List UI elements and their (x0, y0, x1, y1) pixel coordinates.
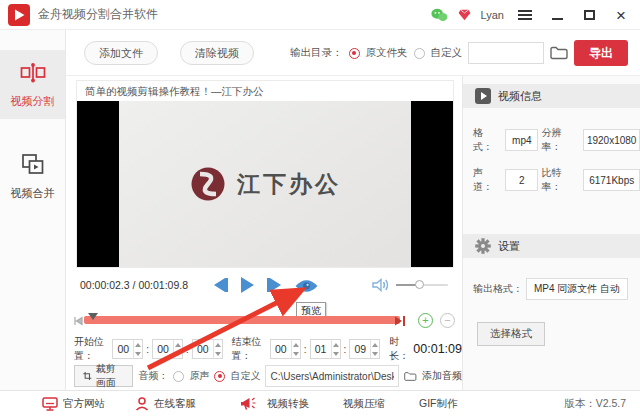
monitor-icon (42, 397, 58, 411)
settings-title: 设置 (498, 239, 520, 254)
sidebar-item-video-split[interactable]: 视频分割 (0, 50, 65, 119)
audio-path-input[interactable] (265, 365, 399, 387)
output-format-value: MP4 同源文件 自动 (526, 278, 628, 300)
minimize-button[interactable] (546, 4, 568, 26)
colon: : (186, 344, 189, 355)
volume-slider[interactable] (396, 284, 448, 286)
timeline-zoom-in-button[interactable]: + (418, 313, 433, 328)
online-support-link[interactable]: 在线客服 (135, 397, 196, 411)
crop-frame-button[interactable]: 裁剪画面 (74, 365, 133, 387)
video-compress-link[interactable]: 视频压缩 (343, 397, 385, 411)
username[interactable]: Lyan (481, 9, 504, 21)
timeline-start-marker[interactable] (74, 316, 84, 326)
duration-value: 00:01:09 (413, 342, 462, 356)
prev-frame-button[interactable] (214, 278, 228, 292)
radio-audio-custom[interactable] (214, 371, 225, 382)
add-audio-folder-icon[interactable] (404, 370, 417, 383)
next-frame-button[interactable] (267, 278, 281, 292)
toolbar: 添加文件 清除视频 输出目录： 原文件夹 自定义 导出 (66, 30, 640, 76)
app-logo-icon (8, 4, 30, 26)
resolution-label: 分辨率： (541, 126, 580, 154)
play-button[interactable] (241, 277, 254, 293)
preview-eye-button[interactable] (294, 278, 319, 298)
volume-icon[interactable] (372, 277, 390, 293)
custom-dir-input[interactable] (468, 42, 544, 64)
export-button[interactable]: 导出 (574, 40, 628, 66)
choose-format-button[interactable]: 选择格式 (477, 322, 545, 346)
support-person-icon (135, 397, 149, 411)
sidebar-item-video-merge[interactable]: 视频合并 (0, 141, 65, 211)
titlebar: 金舟视频分割合并软件 Lyan × (0, 0, 640, 30)
video-player[interactable]: 江下办公 (77, 101, 453, 267)
end-position-label: 结束位置： (232, 335, 267, 363)
main-area: 简单的视频剪辑操作教程！—江下办公 江下办公 00:00:02.3 / 00:0… (66, 76, 462, 390)
official-site-link[interactable]: 官方网站 (42, 397, 105, 411)
close-button[interactable]: × (610, 4, 632, 26)
channels-label: 声道： (473, 166, 502, 194)
browse-folder-icon[interactable] (550, 46, 568, 60)
output-dir-label: 输出目录： (290, 46, 343, 60)
vip-gem-icon[interactable] (458, 9, 471, 21)
add-file-button[interactable]: 添加文件 (84, 41, 158, 65)
colon: : (146, 344, 149, 355)
start-hh-stepper[interactable]: 00 (112, 339, 143, 359)
status-bar: 官方网站 在线客服 视频转换 视频压缩 GIF制作 版本：V2.5.7 (0, 390, 640, 416)
radio-audio-original[interactable] (173, 371, 184, 382)
format-label: 格式： (473, 126, 502, 154)
gif-maker-link[interactable]: GIF制作 (419, 397, 458, 411)
add-audio-label[interactable]: 添加音频 (422, 369, 462, 383)
maximize-button[interactable] (578, 4, 600, 26)
timeline-end-marker[interactable] (392, 315, 408, 327)
video-info-title: 视频信息 (498, 89, 542, 104)
settings-header: 设置 (463, 234, 640, 258)
sidebar-item-label: 视频分割 (0, 94, 65, 109)
version-text: 版本：V2.5.7 (564, 397, 626, 411)
video-frame: 江下办公 (119, 101, 411, 267)
radio-audio-original-label[interactable]: 原声 (189, 369, 209, 383)
wechat-icon[interactable] (431, 8, 448, 22)
colon: : (344, 344, 347, 355)
video-info-icon (475, 88, 491, 104)
bitrate-label: 比特率： (541, 166, 580, 194)
timeline-playhead[interactable] (88, 313, 98, 320)
end-mm-stepper[interactable]: 01 (310, 339, 341, 359)
end-hh-stepper[interactable]: 00 (270, 339, 301, 359)
duration-label: 时长： (389, 335, 410, 363)
video-title: 简单的视频剪辑操作教程！—江下办公 (77, 81, 453, 101)
video-panel: 简单的视频剪辑操作教程！—江下办公 江下办公 (76, 80, 454, 268)
radio-audio-custom-label[interactable]: 自定义 (230, 369, 260, 383)
sidebar: 视频分割 视频合并 (0, 30, 66, 390)
jiangxia-logo-icon (189, 165, 227, 203)
colon: : (304, 344, 307, 355)
timeline-zoom-out-button[interactable]: − (440, 313, 455, 328)
video-info-header: 视频信息 (463, 84, 640, 108)
eye-icon (294, 278, 319, 294)
channels-value: 2 (505, 169, 538, 191)
radio-original-folder-label[interactable]: 原文件夹 (366, 46, 408, 60)
output-format-label: 输出格式： (473, 282, 523, 296)
timeline-bar[interactable] (84, 316, 400, 324)
merge-icon (21, 153, 45, 176)
playback-controls: 00:00:02.3 / 00:01:09.8 (66, 272, 462, 300)
right-panel: 视频信息 格式： mp4 分辨率： 1920x1080 声道： 2 比特率： 6… (462, 76, 640, 390)
gear-icon (475, 238, 491, 254)
crop-icon (83, 370, 92, 382)
split-icon (20, 62, 46, 84)
bitrate-value: 6171Kbps (583, 169, 640, 191)
start-position-label: 开始位置： (74, 335, 109, 363)
bottom-controls: 裁剪画面 音频： 原声 自定义 添加音频 (74, 364, 462, 388)
clear-video-button[interactable]: 清除视频 (180, 41, 254, 65)
video-watermark-text: 江下办公 (237, 169, 341, 200)
sidebar-item-label: 视频合并 (0, 186, 65, 201)
resolution-value: 1920x1080 (583, 129, 640, 151)
start-mm-stepper[interactable]: 00 (152, 339, 183, 359)
format-value: mp4 (505, 129, 538, 151)
radio-custom-dir-label[interactable]: 自定义 (431, 46, 463, 60)
menu-icon[interactable] (514, 4, 536, 26)
end-ss-stepper[interactable]: 09 (349, 339, 380, 359)
start-ss-stepper[interactable]: 00 (192, 339, 223, 359)
volume-knob[interactable] (415, 280, 424, 289)
radio-custom-dir[interactable] (414, 48, 425, 59)
radio-original-folder[interactable] (349, 48, 360, 59)
video-convert-link[interactable]: 视频转换 (267, 397, 309, 411)
